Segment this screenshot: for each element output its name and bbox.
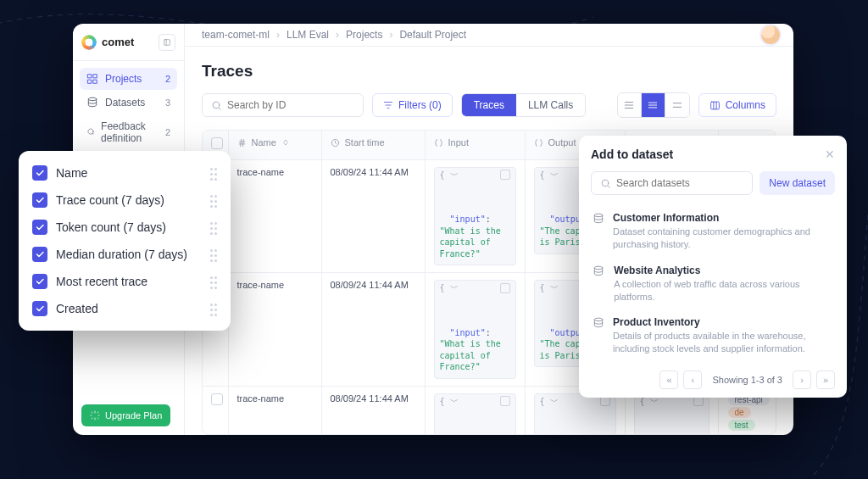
dataset-list-item[interactable]: Customer Information Dataset containing … [591, 205, 835, 258]
dataset-list-item[interactable]: Website Analytics A collection of web tr… [591, 258, 835, 310]
column-chooser-label: Token count (7 days) [56, 220, 166, 234]
upgrade-plan-button[interactable]: Upgrade Plan [81, 404, 170, 426]
avatar[interactable] [760, 24, 782, 46]
json-cell: { ﹀ "input": "What is the capital of Fra… [434, 280, 516, 379]
col-input[interactable]: Input [425, 131, 525, 159]
col-name[interactable]: Name [228, 131, 321, 159]
svg-rect-3 [93, 75, 97, 78]
filter-icon [383, 100, 393, 110]
row-checkbox[interactable] [203, 386, 228, 435]
columns-button[interactable]: Columns [698, 93, 776, 117]
column-chooser-label: Median duration (7 days) [56, 248, 187, 261]
breadcrumb-item[interactable]: LLM Eval [287, 29, 329, 41]
drag-handle-icon[interactable] [210, 303, 217, 315]
drag-handle-icon[interactable] [210, 167, 217, 180]
column-chooser-item[interactable]: Name [25, 159, 224, 187]
json-cell: { ﹀ "model": "gpt-3.5-turbo" [634, 393, 709, 436]
dataset-name: Website Analytics [614, 265, 833, 276]
brace-collapse[interactable]: { ﹀ [540, 170, 559, 181]
sidebar-collapse-button[interactable] [159, 34, 175, 51]
brace-collapse[interactable]: { ﹀ [440, 282, 459, 294]
sidebar-item-feedback[interactable]: Feedback definition 2 [80, 115, 177, 149]
brace-collapse[interactable]: { ﹀ [540, 396, 559, 408]
logo-text: comet [102, 36, 134, 48]
checkbox-checked-icon[interactable] [32, 301, 47, 316]
svg-point-11 [594, 214, 602, 217]
column-chooser-popover: Name Trace count (7 days) Token count (7… [19, 151, 231, 331]
checkbox-checked-icon[interactable] [32, 247, 47, 262]
copy-icon[interactable] [500, 170, 510, 180]
column-chooser-item[interactable]: Trace count (7 days) [25, 187, 224, 214]
page-first-button[interactable]: « [659, 370, 678, 389]
dataset-description: Dataset containing customer demographics… [613, 226, 833, 251]
columns-icon [709, 100, 721, 111]
sidebar-header: comet [73, 24, 184, 61]
sidebar-item-datasets[interactable]: Datasets 3 [80, 92, 177, 114]
svg-point-12 [594, 266, 602, 270]
breadcrumb: team-comet-ml› LLM Eval› Projects› Defau… [202, 29, 466, 41]
page-next-button[interactable]: › [793, 370, 811, 389]
svg-point-6 [88, 97, 96, 101]
dataset-list-item[interactable]: Product Inventory Details of products av… [591, 309, 835, 362]
drag-handle-icon[interactable] [210, 221, 217, 234]
new-dataset-button[interactable]: New dataset [760, 171, 835, 195]
logo-icon [81, 35, 97, 50]
breadcrumb-item[interactable]: Default Project [399, 29, 466, 41]
grid-icon [86, 73, 98, 85]
column-chooser-item[interactable]: Created [25, 295, 224, 322]
col-start[interactable]: Start time [321, 131, 425, 159]
cell-input: { ﹀ "input": "What is the capital of Fra… [425, 159, 525, 273]
brace-collapse[interactable]: { ﹀ [540, 282, 559, 294]
search-field[interactable] [227, 99, 354, 111]
json-cell: { ﹀ "input": "What is the capital of Fra… [434, 393, 516, 436]
column-chooser-item[interactable]: Median duration (7 days) [25, 241, 224, 268]
brace-collapse[interactable]: { ﹀ [440, 396, 459, 408]
row-density [617, 92, 690, 118]
checkbox-checked-icon[interactable] [32, 165, 47, 181]
cell-input: { ﹀ "input": "What is the capital of Fra… [425, 386, 525, 435]
checkbox-checked-icon[interactable] [32, 192, 47, 208]
dataset-description: Details of products available in the war… [613, 330, 833, 355]
close-icon[interactable]: ✕ [825, 148, 835, 161]
dataset-search-field[interactable] [616, 177, 743, 189]
database-icon [593, 212, 604, 251]
page-title: Traces [202, 62, 776, 81]
checkbox-checked-icon[interactable] [32, 220, 47, 235]
sidebar-item-projects[interactable]: Projects 2 [80, 68, 177, 90]
column-chooser-item[interactable]: Most recent trace [25, 268, 224, 295]
search-input[interactable] [202, 93, 364, 117]
drag-handle-icon[interactable] [210, 194, 217, 207]
breadcrumb-item[interactable]: Projects [346, 29, 382, 41]
database-icon [86, 97, 98, 109]
density-relaxed[interactable] [665, 93, 689, 117]
density-normal[interactable] [642, 93, 665, 117]
segment-traces[interactable]: Traces [462, 94, 516, 116]
filters-button[interactable]: Filters (0) [372, 93, 453, 117]
breadcrumb-item[interactable]: team-comet-ml [202, 29, 270, 41]
drag-handle-icon[interactable] [210, 276, 217, 288]
svg-point-7 [213, 102, 220, 109]
copy-icon[interactable] [500, 283, 510, 293]
brace-collapse[interactable]: { ﹀ [440, 170, 459, 181]
drag-handle-icon[interactable] [210, 248, 217, 261]
copy-icon[interactable] [693, 396, 704, 406]
tag[interactable]: test [728, 420, 755, 431]
segment-llm-calls[interactable]: LLM Calls [516, 94, 585, 116]
svg-point-13 [594, 319, 602, 322]
copy-icon[interactable] [600, 396, 610, 406]
column-chooser-item[interactable]: Token count (7 days) [25, 214, 224, 241]
column-chooser-label: Trace count (7 days) [56, 193, 164, 207]
dataset-name: Product Inventory [613, 316, 833, 328]
copy-icon[interactable] [500, 396, 510, 406]
sparkle-icon [90, 410, 100, 421]
page-last-button[interactable]: » [816, 370, 835, 389]
tag[interactable]: de [728, 407, 751, 418]
page-prev-button[interactable]: ‹ [683, 370, 702, 389]
sort-icon [281, 138, 290, 147]
pagination: « ‹ Showing 1-3 of 3 › » [591, 370, 835, 389]
density-compact[interactable] [618, 93, 642, 117]
sidebar-nav: Projects 2 Datasets 3 Feedback definitio… [73, 61, 184, 156]
dataset-search-input[interactable] [591, 171, 753, 195]
checkbox-checked-icon[interactable] [32, 274, 47, 289]
svg-rect-1 [164, 39, 170, 45]
